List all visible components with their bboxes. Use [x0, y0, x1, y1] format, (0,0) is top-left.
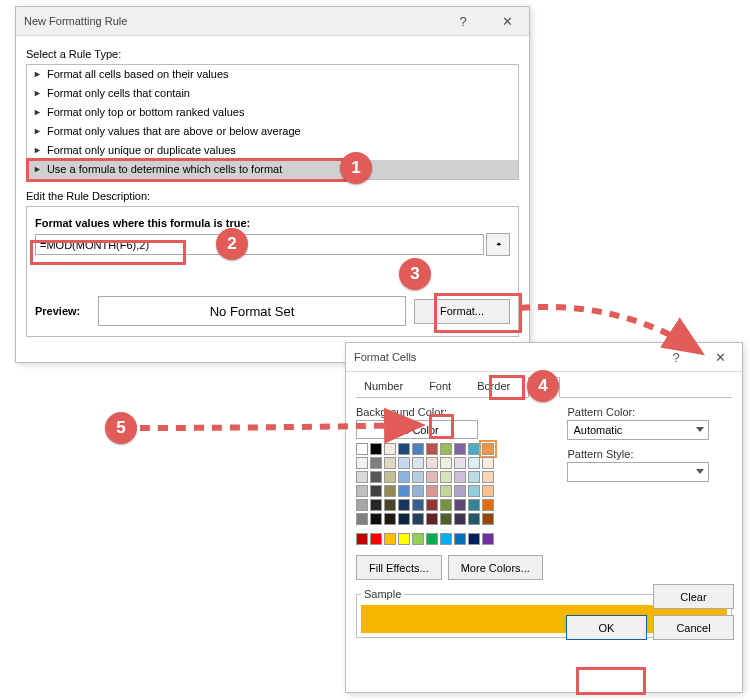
rule-type-item[interactable]: ►Format only top or bottom ranked values	[27, 103, 518, 122]
color-swatch[interactable]	[384, 485, 396, 497]
help-button[interactable]: ?	[441, 7, 485, 35]
color-swatch[interactable]	[384, 457, 396, 469]
rule-type-item[interactable]: ►Format only unique or duplicate values	[27, 141, 518, 160]
color-swatch[interactable]	[468, 457, 480, 469]
color-swatch[interactable]	[482, 471, 494, 483]
color-swatch[interactable]	[370, 457, 382, 469]
rule-type-item[interactable]: ►Format only values that are above or be…	[27, 122, 518, 141]
color-swatch[interactable]	[454, 443, 466, 455]
color-swatch[interactable]	[356, 499, 368, 511]
color-swatch[interactable]	[356, 443, 368, 455]
arrow-icon: ►	[33, 69, 42, 79]
color-swatch[interactable]	[454, 533, 466, 545]
color-swatch[interactable]	[468, 513, 480, 525]
color-swatch[interactable]	[398, 485, 410, 497]
color-swatch[interactable]	[412, 485, 424, 497]
color-swatch[interactable]	[440, 485, 452, 497]
color-swatch[interactable]	[426, 513, 438, 525]
new-formatting-rule-dialog: New Formatting Rule ? ✕ Select a Rule Ty…	[15, 6, 530, 363]
color-swatch[interactable]	[398, 471, 410, 483]
color-swatch[interactable]	[468, 485, 480, 497]
color-swatch[interactable]	[468, 443, 480, 455]
close-button[interactable]: ✕	[485, 7, 529, 35]
color-swatch[interactable]	[468, 533, 480, 545]
ok-button[interactable]: OK	[566, 615, 647, 640]
color-swatch[interactable]	[426, 499, 438, 511]
color-swatch[interactable]	[384, 471, 396, 483]
color-swatch[interactable]	[412, 457, 424, 469]
standard-colors-row	[356, 533, 553, 545]
color-swatch[interactable]	[482, 533, 494, 545]
color-swatch[interactable]	[412, 533, 424, 545]
color-swatch[interactable]	[412, 499, 424, 511]
color-swatch[interactable]	[356, 533, 368, 545]
color-swatch[interactable]	[482, 443, 494, 455]
color-swatch[interactable]	[468, 471, 480, 483]
color-swatch[interactable]	[412, 513, 424, 525]
formula-input[interactable]	[35, 234, 484, 255]
color-swatch[interactable]	[384, 443, 396, 455]
color-swatch[interactable]	[412, 443, 424, 455]
color-swatch[interactable]	[384, 499, 396, 511]
color-swatch[interactable]	[398, 457, 410, 469]
color-swatch[interactable]	[440, 499, 452, 511]
color-swatch[interactable]	[440, 457, 452, 469]
annotation-badge: 3	[399, 258, 431, 290]
color-swatch[interactable]	[440, 443, 452, 455]
color-swatch[interactable]	[468, 499, 480, 511]
color-swatch[interactable]	[370, 513, 382, 525]
color-swatch[interactable]	[370, 499, 382, 511]
rule-type-item-selected[interactable]: ►Use a formula to determine which cells …	[27, 160, 518, 179]
clear-button[interactable]: Clear	[653, 584, 734, 609]
color-swatch[interactable]	[412, 471, 424, 483]
color-swatch[interactable]	[370, 471, 382, 483]
color-swatch[interactable]	[384, 513, 396, 525]
color-swatch[interactable]	[370, 443, 382, 455]
color-swatch[interactable]	[426, 533, 438, 545]
color-swatch[interactable]	[482, 513, 494, 525]
color-swatch[interactable]	[398, 513, 410, 525]
tab-number[interactable]: Number	[356, 377, 411, 398]
pattern-color-label: Pattern Color:	[567, 406, 732, 418]
color-swatch[interactable]	[426, 471, 438, 483]
more-colors-button[interactable]: More Colors...	[448, 555, 543, 580]
color-swatch[interactable]	[454, 513, 466, 525]
rule-type-item[interactable]: ►Format all cells based on their values	[27, 65, 518, 84]
color-swatch[interactable]	[356, 457, 368, 469]
color-swatch[interactable]	[482, 499, 494, 511]
color-swatch[interactable]	[356, 471, 368, 483]
pattern-style-dropdown[interactable]	[567, 462, 709, 482]
format-button[interactable]: Format...	[414, 299, 510, 324]
color-swatch[interactable]	[454, 485, 466, 497]
tab-font[interactable]: Font	[421, 377, 459, 398]
color-swatch[interactable]	[356, 513, 368, 525]
color-swatch[interactable]	[482, 485, 494, 497]
pattern-color-dropdown[interactable]: Automatic	[567, 420, 709, 440]
rule-type-item[interactable]: ►Format only cells that contain	[27, 84, 518, 103]
no-color-button[interactable]: No Color	[356, 420, 478, 439]
collapse-dialog-button[interactable]: 🠽	[486, 233, 510, 256]
color-swatch[interactable]	[454, 457, 466, 469]
color-swatch[interactable]	[440, 533, 452, 545]
color-swatch[interactable]	[356, 485, 368, 497]
color-swatch[interactable]	[440, 513, 452, 525]
color-swatch[interactable]	[426, 457, 438, 469]
color-swatch[interactable]	[440, 471, 452, 483]
color-swatch[interactable]	[454, 499, 466, 511]
fill-effects-button[interactable]: Fill Effects...	[356, 555, 442, 580]
tab-border[interactable]: Border	[469, 377, 518, 398]
close-button[interactable]: ✕	[698, 343, 742, 371]
color-swatch[interactable]	[454, 471, 466, 483]
color-swatch[interactable]	[426, 485, 438, 497]
help-button[interactable]: ?	[654, 343, 698, 371]
color-swatch[interactable]	[398, 443, 410, 455]
color-swatch[interactable]	[370, 485, 382, 497]
color-swatch[interactable]	[482, 457, 494, 469]
color-swatch[interactable]	[398, 533, 410, 545]
color-swatch[interactable]	[384, 533, 396, 545]
color-swatch[interactable]	[398, 499, 410, 511]
cancel-button[interactable]: Cancel	[653, 615, 734, 640]
color-palette	[356, 443, 553, 525]
color-swatch[interactable]	[370, 533, 382, 545]
color-swatch[interactable]	[426, 443, 438, 455]
